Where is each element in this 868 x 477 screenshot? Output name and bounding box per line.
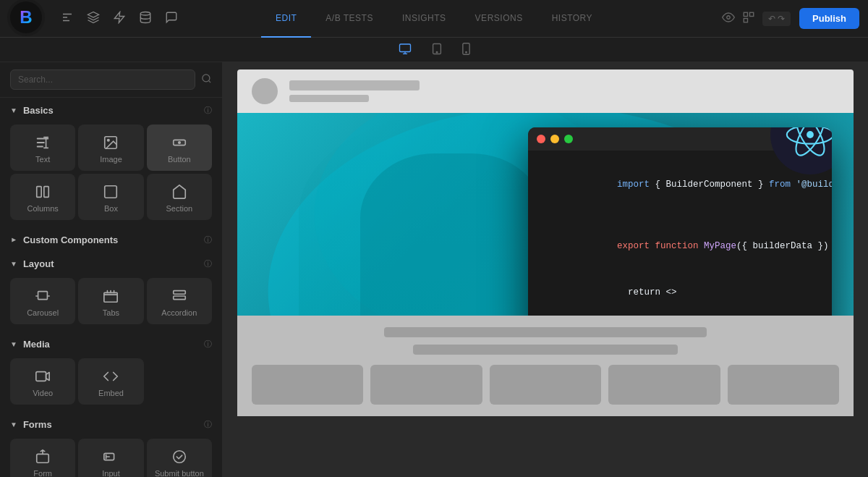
text-tool-icon[interactable] <box>61 11 74 27</box>
section-forms-header[interactable]: ▼ Forms ⓘ <box>0 412 222 436</box>
svg-rect-4 <box>744 19 747 22</box>
tab-versions[interactable]: VERSIONS <box>461 0 537 38</box>
section-basics-header[interactable]: ▼ Basics ⓘ <box>0 98 222 122</box>
svg-point-10 <box>203 75 210 82</box>
preview-avatar <box>252 78 278 104</box>
mobile-device-icon[interactable] <box>458 40 475 60</box>
search-button[interactable] <box>201 73 212 86</box>
header-tabs: EDIT A/B TESTS INSIGHTS VERSIONS HISTORY <box>261 0 607 38</box>
tabs-component-icon <box>103 288 119 304</box>
component-columns[interactable]: Columns <box>10 174 75 220</box>
header-right: ↶ ↷ Publish <box>722 8 859 29</box>
svg-point-29 <box>807 131 814 138</box>
component-video[interactable]: Video <box>10 358 75 405</box>
component-input[interactable]: Input <box>78 439 143 477</box>
custom-title: Custom Components <box>23 235 200 245</box>
code-line-2 <box>541 208 819 224</box>
component-button[interactable]: Button <box>147 124 212 171</box>
publish-button[interactable]: Publish <box>799 8 859 29</box>
desktop-device-icon[interactable] <box>394 40 416 59</box>
forms-grid: Form Input Submit button <box>0 436 222 477</box>
component-carousel[interactable]: Carousel <box>10 278 75 324</box>
code-line-3: export function MyPage({ builderData }) … <box>541 224 819 270</box>
component-box[interactable]: Box <box>78 174 143 220</box>
preview-gray-bar-2 <box>413 345 677 355</box>
preview-gray-bars <box>252 327 839 355</box>
preview-gray-cards <box>252 365 839 405</box>
database-icon[interactable] <box>139 11 152 27</box>
preview-figure-body <box>360 153 545 316</box>
chat-icon[interactable] <box>165 11 178 27</box>
svg-point-9 <box>465 51 467 53</box>
preview-card-1 <box>252 365 363 405</box>
media-grid: Video Embed <box>0 355 222 412</box>
text-component-icon <box>35 135 51 151</box>
box-label: Box <box>104 204 118 213</box>
preview-card-5 <box>728 365 839 405</box>
sidebar: ▼ Basics ⓘ Text Image Button <box>0 62 223 477</box>
tablet-device-icon[interactable] <box>427 40 446 60</box>
svg-rect-2 <box>744 12 747 16</box>
columns-component-icon <box>35 184 51 200</box>
layers-icon[interactable] <box>87 11 100 27</box>
preview-icon[interactable] <box>722 11 735 26</box>
svg-point-14 <box>178 142 180 144</box>
page-preview: import { BuilderComponent } from '@build… <box>237 69 854 470</box>
box-component-icon <box>103 184 119 200</box>
text-label: Text <box>35 155 50 164</box>
svg-rect-16 <box>44 187 48 198</box>
search-input[interactable] <box>10 69 195 90</box>
share-icon[interactable] <box>742 11 755 26</box>
svg-point-7 <box>436 51 438 53</box>
button-component-icon <box>171 135 187 151</box>
accordion-label: Accordion <box>161 308 197 317</box>
component-form[interactable]: Form <box>10 439 75 477</box>
section-custom-header[interactable]: ▼ Custom Components ⓘ <box>0 227 222 251</box>
code-content: import { BuilderComponent } from '@build… <box>528 151 832 316</box>
section-media-header[interactable]: ▼ Media ⓘ <box>0 332 222 355</box>
layout-chevron: ▼ <box>10 260 17 268</box>
logo-letter: B <box>20 7 32 28</box>
carousel-label: Carousel <box>27 308 59 317</box>
component-image[interactable]: Image <box>78 124 143 171</box>
form-component-icon <box>35 449 51 465</box>
code-line-4: return <> <box>541 270 819 316</box>
component-tabs[interactable]: Tabs <box>78 278 143 324</box>
header-tool-icons <box>61 11 178 27</box>
maximize-dot <box>564 135 573 143</box>
tab-insights[interactable]: INSIGHTS <box>388 0 461 38</box>
bolt-icon[interactable] <box>113 11 126 27</box>
svg-rect-17 <box>105 186 117 198</box>
code-line-1: import { BuilderComponent } from '@build… <box>541 162 819 208</box>
section-component-icon <box>171 184 187 200</box>
media-chevron: ▼ <box>10 340 17 348</box>
section-layout-header[interactable]: ▼ Layout ⓘ <box>0 251 222 275</box>
component-submit[interactable]: Submit button <box>147 439 212 477</box>
tab-ab-tests[interactable]: A/B TESTS <box>311 0 388 38</box>
basics-chevron: ▼ <box>10 106 17 114</box>
svg-rect-23 <box>37 454 49 463</box>
svg-point-0 <box>140 12 150 15</box>
preview-bar-1 <box>289 80 420 90</box>
top-header: B <box>0 0 868 38</box>
forms-info-icon: ⓘ <box>204 419 212 430</box>
svg-rect-22 <box>36 372 46 381</box>
logo-area: B <box>7 0 45 36</box>
component-accordion[interactable]: Accordion <box>147 278 212 324</box>
tab-history[interactable]: HISTORY <box>537 0 607 38</box>
carousel-component-icon <box>35 288 51 304</box>
preview-gray-section <box>237 316 854 416</box>
section-label: Section <box>166 204 192 213</box>
undo-redo[interactable]: ↶ ↷ <box>762 12 791 26</box>
component-text[interactable]: Text <box>10 124 75 171</box>
tab-edit[interactable]: EDIT <box>261 0 311 38</box>
video-component-icon <box>35 368 51 384</box>
forms-chevron: ▼ <box>10 421 17 429</box>
preview-gray-bar-1 <box>384 327 707 337</box>
component-section[interactable]: Section <box>147 174 212 220</box>
form-label: Form <box>33 469 52 477</box>
component-embed[interactable]: Embed <box>78 358 143 405</box>
preview-card-2 <box>370 365 482 405</box>
basics-info-icon: ⓘ <box>204 105 212 116</box>
embed-label: Embed <box>98 389 124 397</box>
